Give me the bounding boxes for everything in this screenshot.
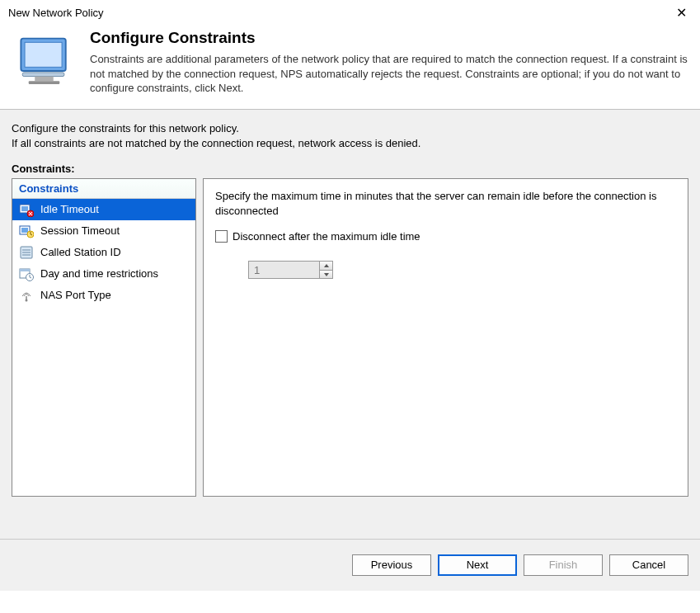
page-title: Configure Constraints [90, 29, 692, 47]
constraints-list: Constraints Idle Timeout Session Timeout… [12, 178, 196, 497]
spinner-down-button[interactable] [320, 271, 332, 279]
svg-rect-3 [35, 77, 54, 82]
window-title: New Network Policy [8, 7, 104, 19]
intro-text: Configure the constraints for this netwo… [12, 121, 688, 151]
wizard-body: Configure the constraints for this netwo… [0, 110, 700, 539]
constraint-item-label: Idle Timeout [40, 203, 99, 216]
close-icon[interactable]: ✕ [671, 5, 692, 21]
constraint-item-idle-timeout[interactable]: Idle Timeout [12, 199, 195, 220]
chevron-down-icon [324, 273, 329, 276]
next-button[interactable]: Next [438, 554, 517, 576]
spinner-up-button[interactable] [320, 262, 332, 271]
day-time-icon [19, 266, 34, 281]
constraint-item-called-station-id[interactable]: Called Station ID [12, 242, 195, 263]
idle-timeout-icon [19, 202, 34, 217]
svg-rect-1 [25, 42, 62, 67]
detail-description: Specify the maximum time in minutes that… [215, 189, 676, 219]
disconnect-checkbox[interactable] [215, 230, 228, 243]
constraints-label: Constraints: [12, 163, 688, 175]
session-timeout-icon [19, 224, 34, 238]
svg-rect-4 [29, 81, 60, 84]
wizard-footer: Previous Next Finish Cancel [0, 539, 700, 591]
chevron-up-icon [324, 264, 329, 267]
constraint-item-label: NAS Port Type [40, 289, 111, 302]
called-station-id-icon [19, 245, 34, 260]
constraint-detail-panel: Specify the maximum time in minutes that… [203, 178, 688, 497]
titlebar: New Network Policy ✕ [0, 0, 700, 24]
svg-rect-2 [22, 73, 64, 77]
svg-rect-16 [20, 269, 30, 271]
page-description: Constraints are additional parameters of… [90, 52, 692, 96]
constraint-item-label: Called Station ID [40, 246, 121, 259]
constraints-group-header: Constraints [12, 179, 195, 199]
disconnect-checkbox-label: Disconnect after the maximum idle time [233, 230, 420, 243]
constraint-item-day-time-restrictions[interactable]: Day and time restrictions [12, 263, 195, 285]
svg-rect-6 [21, 206, 28, 211]
constraint-item-label: Session Timeout [40, 224, 120, 238]
svg-point-18 [26, 299, 28, 302]
nas-port-type-icon [19, 288, 34, 303]
constraint-item-label: Day and time restrictions [40, 267, 158, 281]
constraint-item-nas-port-type[interactable]: NAS Port Type [12, 285, 195, 306]
svg-rect-9 [21, 228, 28, 233]
previous-button[interactable]: Previous [352, 554, 431, 576]
constraint-item-session-timeout[interactable]: Session Timeout [12, 220, 195, 242]
finish-button: Finish [524, 554, 603, 576]
idle-minutes-spinner[interactable]: 1 [248, 261, 333, 279]
cancel-button[interactable]: Cancel [609, 554, 688, 576]
monitor-icon [13, 34, 75, 92]
idle-minutes-input[interactable]: 1 [248, 261, 320, 279]
wizard-header: Configure Constraints Constraints are ad… [0, 24, 700, 110]
